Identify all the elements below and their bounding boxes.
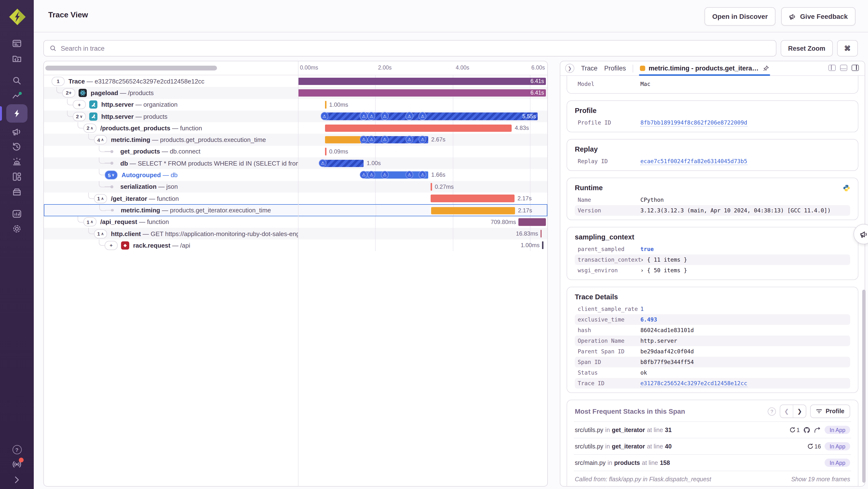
span-tick[interactable] [540,230,542,237]
sidebar-item-help[interactable]: ? [12,445,22,454]
profile-button[interactable]: Profile [810,405,850,418]
sidebar-item-dashboards[interactable] [6,169,28,184]
span-row--get-iterator[interactable]: 1∧/get_iterator — function2.17s [44,193,547,204]
tab-span-active[interactable]: metric.timing - products.get_iterat… [639,61,770,75]
span-children-badge[interactable]: 1 [52,77,65,86]
error-warning-icon[interactable]: ⚠ [406,112,413,120]
span-children-badge[interactable]: 2∧ [84,123,96,133]
layout-left-icon[interactable] [829,65,836,71]
detail-row: Profile ID 8fb7bb1891994f8c862f206e87220… [575,117,850,128]
span-row-db[interactable]: db — SELECT * FROM products WHERE id IN … [44,157,547,169]
stack-frame-row[interactable]: src/utils.py inget_iterator at line40 16… [574,438,851,454]
span-row-serialization[interactable]: serialization — json0.27ms [44,181,547,193]
stack-frame-row[interactable]: src/main.py inproducts at line158 In App [574,454,851,471]
span-tick[interactable] [325,100,326,108]
span-row-rack-request[interactable]: +◆rack.request — /api1.00ms [44,239,547,251]
sidebar-item-projects[interactable] [6,51,28,66]
detail-value[interactable]: ecae7c51f0024f2fa82e6314045d73b5 [641,157,747,165]
detail-value[interactable]: 8fb7bb1891994f8c862f206e8722009d [641,119,747,126]
trace-waterfall-panel: 0.00ms2.00s4.00s6.00s 1Trace — e31278c25… [43,61,548,487]
search-input[interactable]: Search in trace [43,40,776,56]
curve-arrow-icon[interactable] [814,427,821,433]
sidebar-item-issues[interactable] [6,36,28,51]
page-scrollbar[interactable] [862,290,866,483]
layout-bottom-icon[interactable] [840,65,847,71]
span-bar[interactable] [325,136,361,144]
sidebar-item-performance[interactable] [6,104,28,123]
pin-icon[interactable] [763,65,769,71]
detail-row: parent_sampled true [575,244,850,254]
span-tick[interactable] [325,148,326,155]
give-feedback-button[interactable]: Give Feedback [781,7,856,26]
span-bar[interactable] [323,113,538,120]
span-children-badge[interactable]: 1∧ [94,229,107,238]
next-page-button[interactable]: ❯ [793,405,806,418]
span-bar[interactable] [518,218,546,226]
card-title: Runtime [575,184,850,192]
details-scroll-area[interactable]: Model MacProfile Profile ID 8fb7bb189199… [560,76,865,486]
span-title: Autogrouped — db [122,171,178,179]
most-frequent-stacks-card: Most Frequent Stacks in this Span ? ❮ ❯ … [567,400,858,487]
sidebar-item-replays[interactable] [6,139,28,154]
tree-scrollbar[interactable] [45,66,217,70]
stacks-pager: ❮ ❯ [780,405,806,418]
span-row-pageload[interactable]: 2+pageload — /products6.41s [44,87,547,99]
error-warning-icon[interactable]: ⚠ [418,112,426,120]
span-children-badge[interactable]: 1∧ [94,194,107,203]
span-children-badge[interactable]: + [73,100,86,109]
github-icon[interactable] [804,427,810,433]
layout-right-icon[interactable] [851,65,859,71]
sentry-logo[interactable] [8,8,27,26]
span-duration: 6.41s [530,90,544,96]
span-children-badge[interactable]: 1∧ [84,217,96,226]
span-tick[interactable] [542,241,543,249]
span-row-http-server[interactable]: +http.server — organization1.00ms [44,99,547,111]
span-bar[interactable] [431,207,515,214]
span-row--api-request[interactable]: 1∧/api_request — function709.80ms [44,216,547,228]
span-bar[interactable] [431,195,515,202]
shortcuts-button[interactable]: ⌘ [837,40,858,56]
tab-trace[interactable]: Trace [581,65,597,72]
sidebar-item-expand[interactable] [11,474,22,485]
span-row-get-products[interactable]: get_products — db.connect0.09ms [44,146,547,157]
sidebar-item-settings[interactable] [6,221,28,236]
span-bar[interactable] [325,124,512,132]
tree-connector [78,122,84,128]
error-warning-icon[interactable]: ⚠ [381,112,389,120]
span-children-badge[interactable]: 2+ [62,88,75,97]
span-tick[interactable] [431,183,432,191]
span-children-badge[interactable]: 2∨ [73,112,86,121]
sidebar-item-releases[interactable] [6,184,28,199]
span-row-autogrouped[interactable]: 5∨Autogrouped — db⚠⚠⚠⚠⚠1.66s [44,169,547,181]
span-children-badge[interactable]: 5∨ [105,170,118,179]
span-row-http-server[interactable]: 2∨http.server — products⚠⚠⚠⚠⚠⚠5.55s [44,111,547,122]
sidebar-item-explore[interactable] [6,73,28,88]
collapse-panel-icon[interactable]: ❯ [565,64,574,73]
reset-zoom-button[interactable]: Reset Zoom [781,40,833,56]
span-bar[interactable] [298,89,546,97]
tab-profiles[interactable]: Profiles [604,65,626,72]
span-row-http-client[interactable]: 1∧http.client — GET https://application-… [44,228,547,240]
span-row-metric-timing[interactable]: 4∧metric.timing — products.get_products.… [44,134,547,146]
span-title: http.server — products [101,113,167,120]
detail-value[interactable]: e31278c256524c3297e2cd12458e12cc [641,380,747,387]
span-row-metric-timing[interactable]: metric.timing — products.get_iterator.ex… [44,204,547,216]
sidebar-item-stats[interactable] [6,206,28,221]
span-bar[interactable] [298,78,546,85]
error-warning-icon[interactable]: ⚠ [320,112,328,120]
span-row--products-get-products[interactable]: 2∧/products.get_products — function4.83s [44,122,547,134]
span-row-trace[interactable]: 1Trace — e31278c256524c3297e2cd12458e12c… [44,75,547,87]
show-more-frames-link[interactable]: Show 19 more frames [791,476,850,483]
tree-waterfall-divider[interactable] [298,61,299,486]
sidebar-item-broadcast[interactable] [11,459,22,470]
span-children-badge[interactable]: 4∧ [94,135,107,144]
stack-frame-row[interactable]: src/utils.py inget_iterator at line31 1I… [574,422,851,438]
sidebar-item-feedback[interactable] [6,124,28,139]
span-children-badge[interactable]: + [105,241,118,250]
open-in-discover-button[interactable]: Open in Discover [705,7,775,26]
help-icon[interactable]: ? [768,407,776,415]
span-bar[interactable] [322,160,364,167]
sidebar-item-trends[interactable] [6,88,28,103]
sidebar-item-alerts[interactable] [6,154,28,169]
prev-page-button[interactable]: ❮ [780,405,793,418]
